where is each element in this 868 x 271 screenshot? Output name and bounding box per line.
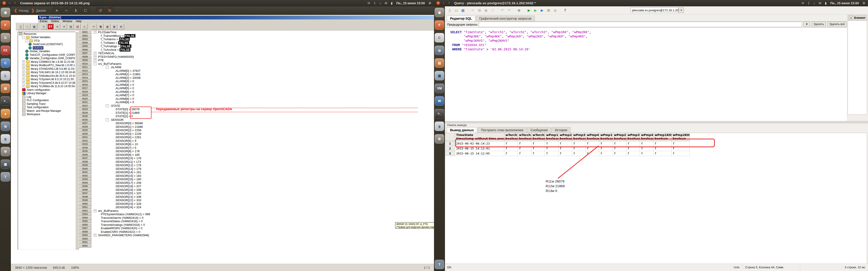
connection-combo[interactable]: ptescada из postgres@172.16.1.202:5 bbox=[631, 7, 679, 13]
login-download-icon[interactable]: ⇓ bbox=[41, 24, 47, 29]
row-number[interactable]: 3 bbox=[445, 151, 455, 156]
expand-icon[interactable]: + bbox=[94, 59, 96, 62]
tree-item[interactable]: PLC Configuration bbox=[18, 99, 75, 102]
watch-line[interactable]: 0044.SENSOR[17] = 206 bbox=[79, 181, 433, 185]
tree-item[interactable]: +library STANDARD.LIB 5.6.98 11:03:02: g… bbox=[18, 67, 75, 71]
rotate-left-icon[interactable]: ↺ bbox=[96, 7, 104, 13]
watch-line[interactable]: 0002f_TransmitBusy = FALSE bbox=[79, 34, 433, 38]
watch-line[interactable]: 0032.SENSOR[5] = 9 bbox=[79, 139, 433, 143]
monitoring-icon[interactable]: ∞ bbox=[54, 24, 60, 29]
watch-line[interactable]: 0046.SENSOR[19] = 336 bbox=[79, 188, 433, 192]
firefox-icon[interactable]: F bbox=[1, 20, 10, 30]
watch-line[interactable]: 0053PTESystemStatus (%MW2412) = 999 bbox=[79, 212, 433, 216]
expand-icon[interactable]: + bbox=[94, 31, 96, 34]
eog-icon[interactable]: ◎ bbox=[435, 46, 444, 55]
paste-icon[interactable]: ▣ bbox=[104, 24, 111, 29]
collapse-icon[interactable]: - bbox=[106, 118, 109, 121]
print-setup-icon[interactable]: ▤ bbox=[74, 24, 81, 29]
watch-line[interactable]: 0029.SENSOR[2] = 2258 bbox=[79, 129, 433, 132]
execute-icon[interactable]: ▶ bbox=[526, 8, 532, 13]
gimp-icon[interactable]: G bbox=[1, 33, 10, 42]
gedit-icon[interactable]: g bbox=[435, 122, 444, 131]
save-icon[interactable]: ▦ bbox=[460, 8, 466, 13]
watch-line[interactable]: 0005f_TxAnalogs = FALSE bbox=[79, 44, 433, 48]
tree-item[interactable]: Global_Variables bbox=[18, 50, 75, 53]
files-icon[interactable]: ▤ bbox=[435, 58, 444, 68]
watch-line[interactable]: 0049.SENSOR[22] = 333 bbox=[79, 199, 433, 202]
paste-special-icon[interactable]: ▣ bbox=[111, 24, 117, 29]
best-fit-icon[interactable]: ⛶ bbox=[81, 7, 89, 13]
watch-line[interactable]: 0017.ALARM[5] = 0 bbox=[79, 87, 433, 90]
tree-item[interactable]: +library TcSystem.lib 9.3.10 10:21:30: g… bbox=[18, 78, 75, 81]
grid-cell[interactable]: f bbox=[586, 151, 599, 156]
expand-icon[interactable]: + bbox=[22, 60, 25, 63]
tree-item[interactable]: Library Manager bbox=[18, 92, 75, 95]
undo-icon[interactable]: ↶ bbox=[500, 8, 505, 13]
library-icon[interactable]: ⌂ bbox=[81, 24, 88, 29]
watch-line[interactable]: 0054TransmitAlarms (%MW2414) = 0 bbox=[79, 216, 433, 220]
watch-line[interactable]: 0003f_TxAlarms = FALSE bbox=[79, 37, 433, 41]
grid-cell[interactable]: f bbox=[504, 151, 518, 156]
tab-output-1[interactable]: Вывод данных bbox=[447, 127, 477, 133]
open-file-icon[interactable]: ▭ bbox=[24, 24, 31, 29]
cut-icon[interactable]: ✂ bbox=[470, 8, 475, 13]
trash-icon[interactable]: T bbox=[435, 260, 444, 269]
system-settings-icon[interactable]: ⚙ bbox=[435, 134, 444, 144]
watch-line[interactable]: 0001+PLCDateTime bbox=[79, 31, 433, 34]
tree-item[interactable]: +library TcUtilities.lib 11.8.10 14:05:5… bbox=[18, 85, 75, 88]
zoom-normal-icon[interactable]: 1 bbox=[72, 7, 80, 13]
wireshark-icon[interactable]: W bbox=[435, 96, 444, 106]
collapse-icon[interactable]: - bbox=[22, 36, 25, 39]
tab-editor-2[interactable]: Графический конструктор запросов bbox=[476, 15, 535, 21]
redo-icon[interactable]: ↷ bbox=[506, 8, 512, 13]
watch-line[interactable]: 0010-srv_BufTxParams bbox=[79, 62, 433, 66]
watch-line[interactable]: 0039.SENSOR[12] = 178 bbox=[79, 164, 433, 167]
image-canvas[interactable]: N.pro - [GlobVar] ExtrasOnlineWindowHelp… bbox=[11, 15, 434, 264]
previous-queries-combo[interactable] bbox=[479, 22, 802, 27]
watch-line[interactable]: 0042.SENSOR[15] = 183 bbox=[79, 174, 433, 178]
watch-line[interactable]: 0012.ALARM[0] = 37927 bbox=[79, 69, 433, 73]
sql-editor[interactable]: SELECT "TimeState", "wTorch1", "wTorch2"… bbox=[445, 28, 847, 121]
mail-icon[interactable]: ✉ bbox=[384, 1, 387, 5]
previous-queries-arrow[interactable]: ▼ bbox=[803, 22, 810, 27]
grid-cell[interactable]: f bbox=[613, 151, 626, 156]
watch-line[interactable]: 0028.SENSOR[1] = 21886 bbox=[79, 125, 433, 129]
grid-cell[interactable]: 2015-06-15 14:12:05 bbox=[455, 151, 504, 156]
save-icon[interactable]: ▦ bbox=[31, 24, 37, 29]
grid-cell[interactable]: f bbox=[531, 151, 545, 156]
watch-line[interactable]: 0020.ALARM[8] = 0 bbox=[79, 97, 433, 101]
copy-icon[interactable]: ⧉ bbox=[98, 24, 104, 29]
find-icon[interactable]: ⊙ bbox=[118, 24, 124, 29]
expand-icon[interactable]: + bbox=[94, 55, 96, 58]
expand-icon[interactable]: + bbox=[94, 209, 96, 212]
back-button[interactable]: ❮ Назад bbox=[14, 8, 29, 13]
stop-st-icon[interactable]: ST bbox=[48, 24, 54, 29]
watch-line[interactable]: 0027.SENSOR[0] = 56588 bbox=[79, 122, 433, 125]
files-icon[interactable]: ▤ bbox=[1, 83, 10, 93]
row-number[interactable]: 2 bbox=[445, 146, 455, 151]
watch-line[interactable]: 0047.SENSOR[20] = 320 bbox=[79, 192, 433, 195]
scratch-pad-body[interactable] bbox=[848, 21, 867, 115]
watch-line[interactable]: 0035.SENSOR[8] = 176 bbox=[79, 149, 433, 153]
trash-icon[interactable]: T bbox=[1, 172, 10, 181]
collapse-icon[interactable]: - bbox=[94, 62, 96, 65]
watch-line[interactable]: 0033.SENSOR[6] = 10 bbox=[79, 142, 433, 146]
watch-line[interactable]: 0034.SENSOR[7] = 5 bbox=[79, 146, 433, 150]
forward-button[interactable]: ❯ Далее bbox=[31, 8, 46, 13]
tree-item[interactable]: Workspace bbox=[18, 113, 75, 116]
expand-icon[interactable]: + bbox=[22, 74, 25, 77]
session-gear-icon[interactable]: ⚙ bbox=[428, 1, 431, 5]
grid-cell[interactable]: f bbox=[545, 151, 559, 156]
watch-line[interactable]: 0040.SENSOR[13] = 179 bbox=[79, 167, 433, 171]
vlc-icon[interactable]: ▲ bbox=[1, 109, 10, 118]
collapse-icon[interactable]: - bbox=[25, 39, 28, 42]
tree-item[interactable]: TwinCAT_Configuration (VAR_CONFIG) bbox=[18, 53, 75, 57]
delete-button[interactable]: Удалить bbox=[811, 22, 826, 27]
delete-all-button[interactable]: Удалить всё bbox=[827, 22, 847, 27]
filezilla-icon[interactable]: FZ bbox=[1, 46, 10, 55]
dash-home-icon[interactable]: ◉ bbox=[435, 8, 444, 17]
sync-icon[interactable]: ⟳ bbox=[368, 1, 370, 5]
tree-item[interactable]: GlobConst (CONSTANT) bbox=[18, 43, 75, 46]
watch-line[interactable]: 0021.ALARM[9] = 0 bbox=[79, 101, 433, 104]
tree-item[interactable]: +library TcSystemCX.lib 6.10.07 10:38:54… bbox=[18, 81, 75, 85]
